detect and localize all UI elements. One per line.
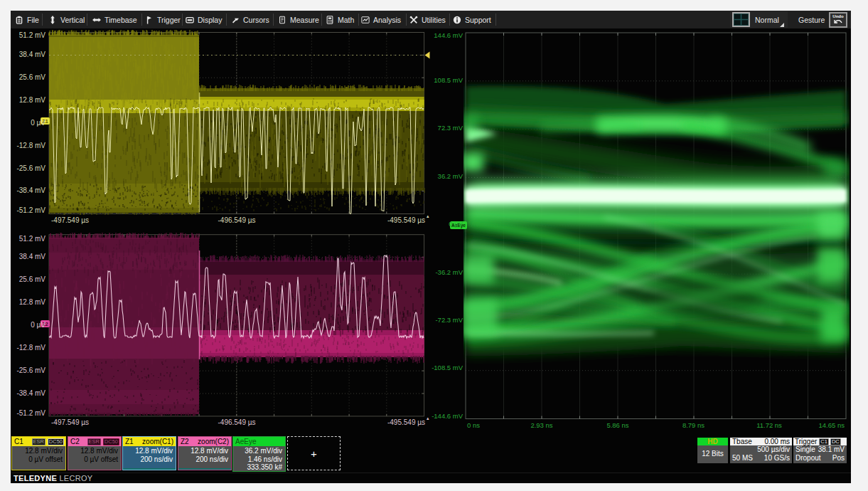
svg-text:-495.549 µs: -495.549 µs	[387, 216, 425, 224]
svg-text:72.3 mV: 72.3 mV	[438, 124, 464, 132]
svg-text:-495.549 µs: -495.549 µs	[387, 418, 425, 426]
svg-text:12.8 mV: 12.8 mV	[19, 298, 46, 306]
svg-text:144.6 mV: 144.6 mV	[434, 31, 463, 39]
svg-text:-108.5 mV: -108.5 mV	[432, 364, 463, 371]
svg-text:-497.549 µs: -497.549 µs	[51, 418, 89, 426]
svg-text:-38.4 mV: -38.4 mV	[16, 389, 45, 397]
svg-text:108.5 mV: 108.5 mV	[434, 76, 463, 84]
svg-text:14.65 ns: 14.65 ns	[819, 421, 845, 429]
svg-text:0 µV: 0 µV	[449, 220, 463, 228]
svg-text:51.2 mV: 51.2 mV	[19, 31, 46, 39]
svg-text:-497.549 µs: -497.549 µs	[51, 216, 89, 224]
svg-text:25.6 mV: 25.6 mV	[19, 275, 46, 283]
svg-text:-51.2 mV: -51.2 mV	[16, 206, 45, 214]
svg-text:51.2 mV: 51.2 mV	[19, 235, 46, 243]
svg-text:5.86 ns: 5.86 ns	[606, 421, 628, 429]
svg-text:▴: ▴	[427, 213, 429, 218]
svg-text:-25.6 mV: -25.6 mV	[16, 366, 45, 374]
svg-text:0 µV: 0 µV	[31, 119, 45, 127]
svg-text:0 µV: 0 µV	[31, 321, 45, 329]
svg-text:25.6 mV: 25.6 mV	[19, 73, 46, 81]
svg-text:-12.8 mV: -12.8 mV	[16, 142, 45, 149]
svg-text:▴: ▴	[427, 416, 429, 421]
svg-text:-25.6 mV: -25.6 mV	[16, 164, 45, 172]
svg-text:-36.2 mV: -36.2 mV	[435, 268, 463, 276]
svg-text:12.8 mV: 12.8 mV	[19, 96, 46, 104]
svg-text:-496.549 µs: -496.549 µs	[218, 418, 255, 426]
svg-text:-51.2 mV: -51.2 mV	[16, 409, 45, 417]
svg-text:38.4 mV: 38.4 mV	[19, 253, 46, 260]
svg-text:0 ns: 0 ns	[467, 421, 480, 429]
svg-text:2.93 ns: 2.93 ns	[530, 421, 552, 429]
svg-text:-72.3 mV: -72.3 mV	[435, 316, 463, 324]
svg-text:38.4 mV: 38.4 mV	[19, 51, 46, 58]
svg-text:8.79 ns: 8.79 ns	[682, 421, 704, 429]
svg-text:-496.549 µs: -496.549 µs	[218, 216, 255, 224]
svg-text:-38.4 mV: -38.4 mV	[16, 186, 45, 194]
svg-text:36.2 mV: 36.2 mV	[438, 172, 464, 180]
svg-text:-144.6 mV: -144.6 mV	[432, 412, 463, 420]
svg-text:11.72 ns: 11.72 ns	[756, 421, 782, 429]
svg-text:-12.8 mV: -12.8 mV	[16, 344, 45, 352]
